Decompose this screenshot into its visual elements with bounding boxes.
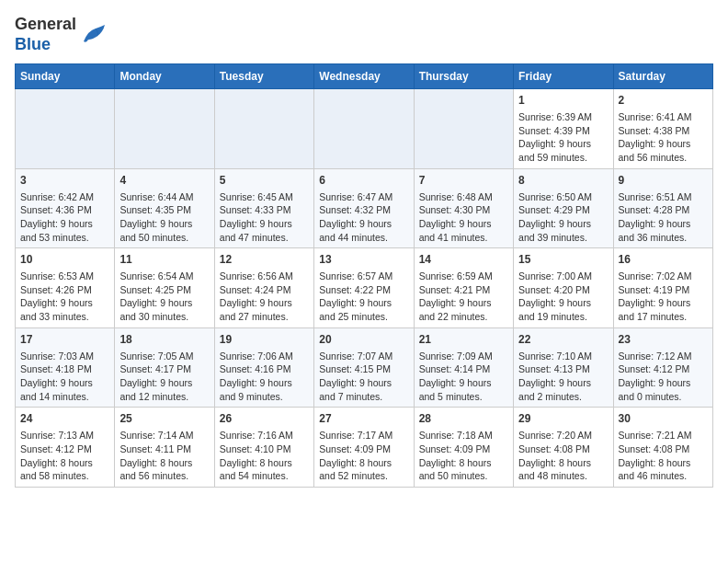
day-number: 23	[619, 332, 708, 348]
day-info-line: Daylight: 8 hours	[419, 456, 508, 470]
day-info-line: Daylight: 9 hours	[518, 376, 608, 390]
day-info-line: Daylight: 9 hours	[419, 296, 508, 310]
day-info-line: Sunrise: 6:44 AM	[119, 190, 209, 204]
day-info-line: and 53 minutes.	[20, 231, 109, 245]
day-info-line: Daylight: 9 hours	[419, 376, 508, 390]
calendar-cell: 22Sunrise: 7:10 AMSunset: 4:13 PMDayligh…	[514, 327, 613, 408]
day-info-line: and 52 minutes.	[319, 469, 408, 483]
day-info-line: and 41 minutes.	[419, 231, 508, 245]
calendar-cell: 16Sunrise: 7:02 AMSunset: 4:19 PMDayligh…	[613, 248, 712, 328]
day-number: 29	[518, 411, 608, 427]
day-info-line: Sunset: 4:25 PM	[119, 283, 209, 297]
day-info-line: Sunrise: 7:21 AM	[619, 429, 708, 442]
day-info-line: Sunset: 4:30 PM	[419, 203, 508, 217]
calendar-cell: 30Sunrise: 7:21 AMSunset: 4:08 PMDayligh…	[613, 408, 712, 488]
day-info-line: and 12 minutes.	[119, 390, 209, 404]
day-info-line: Sunrise: 6:50 AM	[518, 190, 608, 204]
day-info-line: and 58 minutes.	[20, 469, 109, 483]
calendar-cell: 4Sunrise: 6:44 AMSunset: 4:35 PMDaylight…	[115, 168, 214, 248]
logo-bird-icon	[79, 23, 107, 47]
col-header-monday: Monday	[115, 64, 214, 89]
day-info-line: Sunset: 4:08 PM	[619, 442, 708, 456]
day-info-line: Sunset: 4:28 PM	[619, 203, 708, 217]
calendar-cell: 1Sunrise: 6:39 AMSunset: 4:39 PMDaylight…	[514, 89, 613, 169]
calendar-cell: 8Sunrise: 6:50 AMSunset: 4:29 PMDaylight…	[514, 168, 613, 248]
day-number: 20	[319, 332, 408, 348]
calendar-week-row: 24Sunrise: 7:13 AMSunset: 4:12 PMDayligh…	[16, 408, 713, 488]
calendar-cell: 3Sunrise: 6:42 AMSunset: 4:36 PMDaylight…	[16, 168, 115, 248]
day-number: 4	[119, 173, 209, 189]
calendar-cell: 5Sunrise: 6:45 AMSunset: 4:33 PMDaylight…	[214, 168, 313, 248]
calendar-cell: 9Sunrise: 6:51 AMSunset: 4:28 PMDaylight…	[613, 168, 712, 248]
day-info-line: Sunrise: 7:03 AM	[20, 350, 109, 363]
day-info-line: Sunset: 4:10 PM	[220, 442, 309, 456]
day-info-line: and 50 minutes.	[419, 469, 508, 483]
calendar-cell	[16, 89, 115, 169]
day-info-line: Sunrise: 6:47 AM	[319, 190, 408, 204]
day-info-line: Daylight: 9 hours	[20, 296, 109, 310]
calendar-cell: 14Sunrise: 6:59 AMSunset: 4:21 PMDayligh…	[414, 248, 513, 328]
day-info-line: Sunset: 4:20 PM	[518, 283, 608, 297]
day-info-line: Daylight: 8 hours	[119, 456, 209, 470]
day-info-line: Daylight: 9 hours	[119, 296, 209, 310]
day-info-line: Sunrise: 6:54 AM	[119, 270, 209, 283]
day-info-line: Sunset: 4:09 PM	[319, 442, 408, 456]
day-info-line: Daylight: 8 hours	[319, 456, 408, 470]
day-info-line: and 7 minutes.	[319, 390, 408, 404]
day-info-line: and 48 minutes.	[518, 469, 608, 483]
day-info-line: and 39 minutes.	[518, 231, 608, 245]
day-number: 19	[220, 332, 309, 348]
calendar-table: SundayMondayTuesdayWednesdayThursdayFrid…	[15, 63, 713, 488]
day-info-line: and 50 minutes.	[119, 231, 209, 245]
calendar-cell: 19Sunrise: 7:06 AMSunset: 4:16 PMDayligh…	[214, 327, 313, 408]
calendar-cell	[115, 89, 214, 169]
day-number: 2	[619, 93, 708, 109]
day-info-line: Sunset: 4:32 PM	[319, 203, 408, 217]
day-number: 26	[220, 411, 309, 427]
day-info-line: Sunrise: 7:14 AM	[119, 429, 209, 442]
calendar-cell: 27Sunrise: 7:17 AMSunset: 4:09 PMDayligh…	[314, 408, 414, 488]
day-number: 27	[319, 411, 408, 427]
calendar-cell: 25Sunrise: 7:14 AMSunset: 4:11 PMDayligh…	[115, 408, 214, 488]
col-header-friday: Friday	[514, 64, 613, 89]
day-info-line: Daylight: 9 hours	[119, 217, 209, 231]
day-info-line: Sunset: 4:15 PM	[319, 362, 408, 376]
day-number: 6	[319, 173, 408, 189]
day-info-line: Daylight: 9 hours	[518, 137, 608, 151]
calendar-cell	[414, 89, 513, 169]
day-info-line: Daylight: 9 hours	[220, 296, 309, 310]
day-info-line: and 36 minutes.	[619, 231, 708, 245]
day-info-line: Sunset: 4:24 PM	[220, 283, 309, 297]
day-info-line: Sunrise: 6:56 AM	[220, 270, 309, 283]
day-number: 1	[518, 93, 608, 109]
day-info-line: Sunrise: 6:42 AM	[20, 190, 109, 204]
day-info-line: Sunrise: 6:48 AM	[419, 190, 508, 204]
day-number: 24	[20, 411, 109, 427]
day-number: 28	[419, 411, 508, 427]
day-info-line: Sunrise: 7:18 AM	[419, 429, 508, 442]
day-info-line: and 56 minutes.	[119, 469, 209, 483]
day-number: 11	[119, 252, 209, 268]
day-info-line: and 0 minutes.	[619, 390, 708, 404]
day-number: 14	[419, 252, 508, 268]
day-info-line: and 59 minutes.	[518, 151, 608, 165]
day-info-line: Sunset: 4:18 PM	[20, 362, 109, 376]
day-info-line: Sunset: 4:19 PM	[619, 283, 708, 297]
day-info-line: Sunset: 4:26 PM	[20, 283, 109, 297]
day-number: 12	[220, 252, 309, 268]
day-info-line: Daylight: 9 hours	[119, 376, 209, 390]
day-info-line: Sunrise: 7:13 AM	[20, 429, 109, 442]
day-info-line: Daylight: 8 hours	[518, 456, 608, 470]
day-info-line: and 14 minutes.	[20, 390, 109, 404]
day-info-line: Sunrise: 6:53 AM	[20, 270, 109, 283]
day-info-line: Sunrise: 7:07 AM	[319, 350, 408, 363]
col-header-sunday: Sunday	[16, 64, 115, 89]
day-info-line: Sunset: 4:36 PM	[20, 203, 109, 217]
day-info-line: Sunset: 4:08 PM	[518, 442, 608, 456]
day-info-line: Daylight: 9 hours	[518, 296, 608, 310]
calendar-week-row: 17Sunrise: 7:03 AMSunset: 4:18 PMDayligh…	[16, 327, 713, 408]
day-number: 15	[518, 252, 608, 268]
day-info-line: Daylight: 9 hours	[319, 376, 408, 390]
calendar-cell: 6Sunrise: 6:47 AMSunset: 4:32 PMDaylight…	[314, 168, 414, 248]
day-info-line: and 22 minutes.	[419, 310, 508, 324]
